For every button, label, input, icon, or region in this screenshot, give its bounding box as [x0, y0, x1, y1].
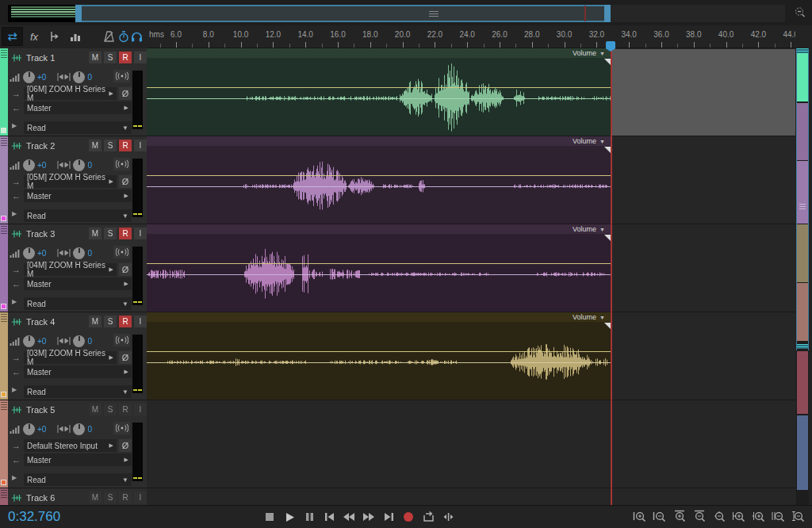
- pan-knob[interactable]: [73, 71, 85, 83]
- arm-record-button[interactable]: R: [119, 316, 132, 327]
- monitor-input-track-button[interactable]: I: [134, 52, 147, 63]
- track-color-swatch[interactable]: [1, 304, 6, 309]
- track-name[interactable]: Track 5: [26, 405, 55, 415]
- phase-invert-button[interactable]: Ø: [119, 87, 132, 100]
- input-monitor-button[interactable]: [113, 246, 130, 258]
- skip-selection-button[interactable]: [440, 508, 456, 526]
- automation-mode-selector[interactable]: Read▼: [24, 385, 132, 398]
- track-color-swatch[interactable]: [1, 392, 6, 397]
- fast-forward-button[interactable]: [361, 508, 377, 526]
- stop-button[interactable]: [262, 508, 278, 526]
- scrollbar-track-segment[interactable]: [797, 415, 808, 490]
- output-selector[interactable]: Master▶: [24, 277, 132, 290]
- arm-record-button[interactable]: R: [119, 404, 132, 415]
- move-tool-button[interactable]: ⇄: [2, 27, 23, 46]
- mute-button[interactable]: M: [89, 404, 102, 415]
- scrollbar-grip-icon[interactable]: [799, 204, 806, 211]
- input-monitor-button[interactable]: [113, 422, 130, 434]
- navigator-rail[interactable]: [8, 5, 785, 22]
- track-color-swatch[interactable]: [1, 216, 6, 221]
- zoom-out-time-button[interactable]: [652, 508, 668, 526]
- output-selector[interactable]: Master▶: [24, 365, 132, 378]
- scrollbar-thumb-cap[interactable]: [797, 48, 808, 53]
- automation-mode-selector[interactable]: Read▼: [24, 209, 132, 222]
- track-color-strip[interactable]: [0, 488, 8, 505]
- phase-invert-button[interactable]: Ø: [119, 175, 132, 188]
- track-color-strip[interactable]: [0, 48, 8, 136]
- volume-envelope-line[interactable]: [147, 351, 611, 352]
- volume-knob[interactable]: [23, 71, 35, 83]
- rewind-button[interactable]: [341, 508, 357, 526]
- zoom-to-selection-button[interactable]: [771, 508, 787, 526]
- volume-envelope-line[interactable]: [147, 263, 611, 264]
- zoom-in-time-button[interactable]: [632, 508, 649, 526]
- mute-button[interactable]: M: [89, 140, 102, 151]
- volume-knob[interactable]: [23, 335, 35, 347]
- phase-invert-button[interactable]: Ø: [119, 351, 132, 364]
- automation-mode-selector[interactable]: Read▼: [24, 297, 132, 310]
- audio-clip[interactable]: Volume▼: [147, 48, 611, 136]
- automation-mode-selector[interactable]: Read▼: [24, 473, 132, 486]
- input-selector[interactable]: [06M] ZOOM H Series M▶: [24, 87, 117, 100]
- pan-knob[interactable]: [73, 159, 85, 171]
- track-drag-grip-icon[interactable]: [1, 402, 7, 411]
- track-color-swatch[interactable]: [1, 480, 6, 485]
- track-name[interactable]: Track 2: [26, 141, 55, 151]
- arm-record-button[interactable]: R: [119, 140, 132, 151]
- input-selector[interactable]: [05M] ZOOM H Series M▶: [24, 175, 117, 188]
- automation-mode-selector[interactable]: Read▼: [24, 121, 132, 134]
- input-monitor-button[interactable]: [113, 70, 130, 82]
- vertical-track-scrollbar[interactable]: [796, 48, 809, 505]
- volume-knob[interactable]: [23, 159, 35, 171]
- go-to-start-button[interactable]: [321, 508, 337, 526]
- zoom-out-amplitude-button[interactable]: [691, 508, 708, 526]
- track-drag-grip-icon[interactable]: [1, 314, 7, 323]
- phase-invert-button[interactable]: Ø: [119, 263, 132, 276]
- zoom-reset-button[interactable]: [711, 508, 728, 526]
- navigator-left-handle[interactable]: [75, 5, 82, 22]
- input-monitor-button[interactable]: [113, 334, 130, 346]
- scrollbar-thumb[interactable]: [796, 48, 809, 350]
- zoom-in-at-in-point-button[interactable]: [731, 508, 748, 526]
- solo-button[interactable]: S: [104, 492, 117, 503]
- audio-clip[interactable]: Volume▼: [147, 224, 611, 312]
- arm-record-button[interactable]: R: [119, 52, 132, 63]
- input-selector[interactable]: [03M] ZOOM H Series M▶: [24, 351, 117, 364]
- zoom-in-amplitude-button[interactable]: [672, 508, 688, 526]
- output-selector[interactable]: Master▶: [24, 189, 132, 202]
- volume-envelope-line[interactable]: [147, 175, 611, 176]
- scrollbar-thumb-cap[interactable]: [797, 344, 808, 349]
- track-drag-grip-icon[interactable]: [1, 138, 7, 147]
- loop-playback-button[interactable]: [420, 508, 436, 526]
- effects-toggle-button[interactable]: fx: [25, 27, 44, 46]
- record-button[interactable]: [400, 508, 416, 526]
- audio-clip[interactable]: Volume▼: [147, 136, 611, 224]
- pan-knob[interactable]: [73, 423, 85, 435]
- input-selector[interactable]: [04M] ZOOM H Series M▶: [24, 263, 117, 276]
- monitor-input-track-button[interactable]: I: [134, 316, 147, 327]
- pan-knob[interactable]: [73, 247, 85, 259]
- track-name[interactable]: Track 3: [26, 229, 55, 239]
- monitor-input-button[interactable]: [128, 27, 145, 46]
- mute-button[interactable]: M: [89, 316, 102, 327]
- volume-envelope-line[interactable]: [147, 87, 611, 88]
- output-selector[interactable]: Master▶: [24, 453, 132, 466]
- input-monitor-button[interactable]: [113, 158, 130, 170]
- phase-invert-button[interactable]: Ø: [119, 439, 132, 452]
- solo-button[interactable]: S: [104, 404, 117, 415]
- track-color-strip[interactable]: [0, 400, 8, 488]
- scrollbar-track-segment[interactable]: [797, 351, 808, 414]
- track-name[interactable]: Track 1: [26, 53, 55, 63]
- play-button[interactable]: [282, 508, 297, 526]
- input-selector[interactable]: Default Stereo Input▶: [24, 439, 117, 452]
- mute-button[interactable]: M: [89, 52, 102, 63]
- solo-button[interactable]: S: [104, 140, 117, 151]
- track-drag-grip-icon[interactable]: [1, 490, 7, 499]
- meters-tool-button[interactable]: [66, 27, 85, 46]
- monitor-input-track-button[interactable]: I: [134, 140, 147, 151]
- monitor-input-track-button[interactable]: I: [134, 228, 147, 239]
- mute-button[interactable]: M: [89, 228, 102, 239]
- arm-record-button[interactable]: R: [119, 492, 132, 503]
- zoom-out-full-icon[interactable]: [793, 6, 807, 20]
- solo-button[interactable]: S: [104, 316, 117, 327]
